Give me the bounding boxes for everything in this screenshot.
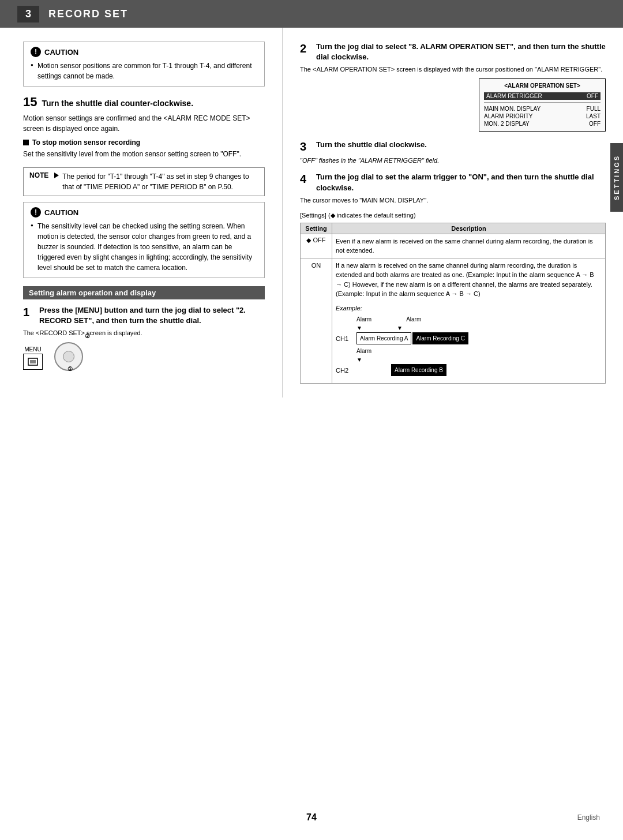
screen-separator xyxy=(484,102,601,103)
sub-heading-motion: To stop motion sensor recording xyxy=(23,138,265,147)
step-2-text: Turn the jog dial to select "8. ALARM OP… xyxy=(316,42,606,62)
jog-dial-inner xyxy=(63,351,74,362)
table-row-on: ON If a new alarm is received on the sam… xyxy=(301,258,606,384)
page-number: 74 xyxy=(306,812,317,823)
step-2-number: 2 xyxy=(300,42,312,55)
alarm-label-2: Alarm xyxy=(406,315,421,324)
step-4-text: Turn the jog dial to set the alarm trigg… xyxy=(316,172,606,193)
screen-value-3: LAST xyxy=(586,113,601,119)
caution-item-1: Motion sensor positions are common for T… xyxy=(31,61,257,81)
menu-label: MENU xyxy=(24,346,41,352)
step-2-header: 2 Turn the jog dial to select "8. ALARM … xyxy=(300,42,606,62)
arrow-row-ch1: ▼ ▼ xyxy=(336,324,602,332)
caution-body-1: Motion sensor positions are common for T… xyxy=(31,61,257,81)
dial-number-2: ② xyxy=(85,333,90,339)
alarm-block-c: Alarm Recording C xyxy=(412,332,468,344)
sub-body-motion: Set the sensitivity level from the motio… xyxy=(23,149,265,159)
screen-label-4: MON. 2 DISPLAY xyxy=(484,121,530,127)
step-15-text: Turn the shuttle dial counter-clockwise. xyxy=(42,99,193,108)
step-4-body: The cursor moves to "MAIN MON. DISPLAY". xyxy=(300,197,606,204)
dial-number-1: ① xyxy=(67,366,73,372)
screen-row-alarm-priority: ALARM PRIORITY LAST xyxy=(484,112,601,120)
alarm-block-a: Alarm Recording A xyxy=(356,332,411,344)
left-column: ! CAUTION Motion sensor positions are co… xyxy=(0,28,283,397)
menu-diagram: MENU ① ② xyxy=(23,342,265,373)
ch1-section: Alarm Alarm ▼ ▼ CH1 A xyxy=(336,315,602,344)
table-header-description: Description xyxy=(332,223,606,234)
down-arrow-1: ▼ xyxy=(356,324,362,332)
alarm-label-1: Alarm xyxy=(356,315,371,324)
step-15-title: 15 Turn the shuttle dial counter-clockwi… xyxy=(23,95,265,110)
black-square-icon xyxy=(23,140,29,145)
content-area: ! CAUTION Motion sensor positions are co… xyxy=(0,28,623,397)
ch2-label: CH2 xyxy=(336,366,356,376)
chapter-number: 3 xyxy=(17,6,39,22)
alarm-block-b: Alarm Recording B xyxy=(391,364,446,376)
step-3-header: 3 Turn the shuttle dial clockwise. xyxy=(300,140,606,153)
menu-box xyxy=(23,354,43,370)
caution-box-1: ! CAUTION Motion sensor positions are co… xyxy=(23,42,265,87)
caution-icon-2: ! xyxy=(31,207,41,217)
table-desc-on: If a new alarm is received on the same c… xyxy=(332,258,606,384)
alarm-label-3-row: Alarm xyxy=(336,347,602,355)
alarm-screen-mockup: <ALARM OPERATION SET> ALARM RETRIGGER OF… xyxy=(479,78,606,132)
caution-icon-1: ! xyxy=(31,47,41,57)
alarm-diagram: Example: Alarm Alarm ▼ ▼ xyxy=(336,303,602,377)
on-description-text: If a new alarm is received on the same c… xyxy=(336,262,594,298)
step-2-body: The <ALARM OPERATION SET> screen is disp… xyxy=(300,66,606,73)
note-box: NOTE The period for "T-1" through "T-4" … xyxy=(23,167,265,196)
ch1-label: CH1 xyxy=(336,334,356,344)
side-tab-settings: SETTINGS xyxy=(610,143,623,212)
step-4-number: 4 xyxy=(300,172,312,186)
table-header-setting: Setting xyxy=(301,223,332,234)
side-tab-text: SETTINGS xyxy=(613,155,620,200)
caution-item-2: The sensitivity level can be checked usi… xyxy=(31,221,257,273)
jog-dial-wrap: ① ② xyxy=(54,342,85,373)
caution-body-2: The sensitivity level can be checked usi… xyxy=(31,221,257,273)
section-heading-alarm: Setting alarm operation and display xyxy=(23,286,265,299)
step-4-header: 4 Turn the jog dial to set the alarm tri… xyxy=(300,172,606,193)
screen-row-value-1: OFF xyxy=(587,93,598,99)
down-arrow-2: ▼ xyxy=(397,324,403,332)
caution-title-2: ! CAUTION xyxy=(31,207,257,217)
step-3-text: Turn the shuttle dial clockwise. xyxy=(316,140,427,150)
ch2-row: CH2 Alarm Recording B xyxy=(336,364,602,376)
step-1-number: 1 xyxy=(23,305,35,319)
right-column: 2 Turn the jog dial to select "8. ALARM … xyxy=(283,28,623,397)
step-4: 4 Turn the jog dial to set the alarm tri… xyxy=(300,172,606,203)
caution-title-1: ! CAUTION xyxy=(31,47,257,57)
screen-row-main-mon: MAIN MON. DISPLAY FULL xyxy=(484,105,601,112)
arrow-row-ch2: ▼ xyxy=(336,355,602,364)
ch1-row: CH1 Alarm Recording A Alarm Recording C xyxy=(336,332,602,344)
note-triangle-icon xyxy=(54,172,59,178)
settings-note: [Settings] (◆ indicates the default sett… xyxy=(300,212,606,219)
settings-table: Setting Description ◆ OFF Even if a new … xyxy=(300,223,606,384)
note-label: NOTE xyxy=(29,171,48,179)
ch1-blocks: Alarm Recording A Alarm Recording C xyxy=(356,332,468,344)
screen-row-label-1: ALARM RETRIGGER xyxy=(486,93,542,99)
alarm-label-3: Alarm xyxy=(356,348,371,354)
page-header: 3 RECORD SET xyxy=(0,0,623,28)
table-desc-off: Even if a new alarm is received on the s… xyxy=(332,234,606,258)
screen-label-3: ALARM PRIORITY xyxy=(484,113,532,119)
menu-box-wrap: MENU xyxy=(23,346,43,370)
ch2-section: Alarm ▼ CH2 Alarm Recording B xyxy=(336,347,602,376)
step-15-body: Motion sensor settings are confirmed and… xyxy=(23,113,265,134)
step-2: 2 Turn the jog dial to select "8. ALARM … xyxy=(300,42,606,132)
screen-title: <ALARM OPERATION SET> xyxy=(484,82,601,89)
screen-value-4: OFF xyxy=(589,121,601,127)
menu-icon xyxy=(28,358,38,366)
ch2-blocks: Alarm Recording B xyxy=(391,364,446,376)
screen-value-2: FULL xyxy=(587,106,601,112)
table-setting-on: ON xyxy=(301,258,332,384)
step-3-italic: "OFF" flashes in the "ALARM RETRIGGER" f… xyxy=(300,157,606,164)
example-label: Example: xyxy=(336,303,602,313)
table-setting-off: ◆ OFF xyxy=(301,234,332,258)
chapter-title: RECORD SET xyxy=(48,8,128,20)
step-3: 3 Turn the shuttle dial clockwise. "OFF"… xyxy=(300,140,606,164)
step-15-number: 15 xyxy=(23,95,37,109)
screen-row-mon2: MON. 2 DISPLAY OFF xyxy=(484,120,601,127)
step-1-note: The <RECORD SET> screen is displayed. xyxy=(23,329,265,336)
language-label: English xyxy=(577,813,600,822)
step-15: 15 Turn the shuttle dial counter-clockwi… xyxy=(23,95,265,159)
